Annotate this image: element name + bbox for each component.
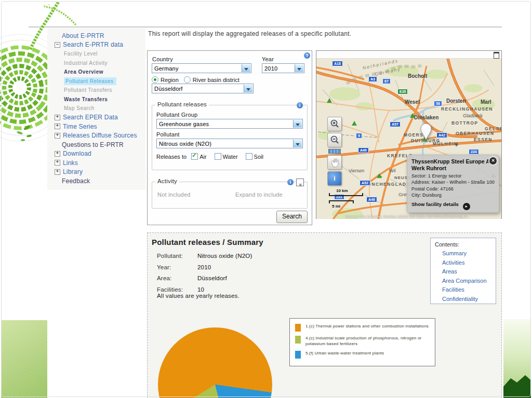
sidebar-item-pollutant-releases[interactable]: Pollutant Releases (47, 77, 145, 86)
radio-region[interactable]: Region (152, 77, 179, 83)
sidebar-item-map-search[interactable]: Map Search (47, 104, 145, 113)
contents-title: Contents: (435, 241, 496, 248)
checkbox-soil[interactable]: Soil (246, 154, 263, 160)
facility-triangle-marker[interactable] (410, 113, 415, 118)
sidebar-item-label: Time Series (63, 123, 97, 130)
sidebar-item-label: Library (63, 168, 83, 175)
report-intro-text: This report will display the aggregated … (148, 30, 351, 37)
plus-expander-icon[interactable]: + (55, 151, 60, 157)
expand-activity-button[interactable]: » (296, 179, 304, 186)
chevron-down-icon (244, 85, 252, 92)
pollutant-releases-legend: Pollutant releases (155, 101, 209, 107)
summary-row-value: 2010 (197, 264, 211, 270)
summary-row-value: Düsseldorf (197, 275, 227, 281)
sidebar-item-library[interactable]: +Library (47, 168, 145, 177)
country-select[interactable]: Germany (152, 63, 251, 73)
checkbox-icon[interactable] (246, 153, 252, 160)
sidebar-item-links[interactable]: +Links (47, 158, 145, 168)
legend-item: 4.(c) Industrial scale production of pho… (295, 335, 430, 347)
road-shield-a42: A42 (436, 132, 447, 138)
search-button[interactable]: Search (276, 211, 308, 223)
sidebar-item-time-series[interactable]: +Time Series (47, 122, 145, 131)
sidebar-list: About E-PRTR−Search E-PRTR dataFacility … (47, 28, 145, 186)
sidebar-item-download[interactable]: +Download (47, 149, 145, 159)
close-icon[interactable]: ✕ (488, 156, 498, 166)
country-label: Country (152, 56, 173, 62)
contents-link-facilities[interactable]: Facilities (442, 285, 496, 295)
contents-link-activities[interactable]: Activities (442, 258, 496, 268)
sidebar-item-search-e-prtr-data[interactable]: −Search E-PRTR data (47, 40, 145, 50)
plus-expander-icon[interactable]: + (55, 123, 60, 129)
contents-link-area-comparison[interactable]: Area Comparison (442, 277, 496, 286)
maximize-icon[interactable] (494, 52, 499, 59)
sidebar-item-area-overview[interactable]: Area Overview (47, 67, 145, 77)
sidebar-item-about-e-prtr[interactable]: About E-PRTR (47, 31, 145, 40)
zoom-out-button[interactable] (327, 133, 342, 147)
legend-swatch (295, 351, 301, 359)
facility-triangle-marker[interactable] (352, 121, 357, 126)
road-shield-a57: A57 (390, 121, 401, 127)
show-facility-details-link[interactable]: Show facility details► (411, 201, 495, 210)
contents-link-summary[interactable]: Summary (442, 249, 496, 258)
facility-balloon-marker[interactable] (420, 123, 432, 144)
releases-to-row: Releases to ✓AirWaterSoil (156, 153, 268, 160)
facility-popup-title: ThyssenKrupp Steel Europe AG (411, 158, 495, 165)
map-label-marl: Marl (481, 99, 491, 105)
checkbox-air[interactable]: ✓Air (191, 154, 206, 160)
year-value: 2010 (264, 65, 277, 72)
sidebar-item-industrial-activity[interactable]: Industrial Activity (47, 59, 145, 68)
plus-expander-icon[interactable]: + (55, 133, 60, 139)
sidebar-nav: About E-PRTR−Search E-PRTR dataFacility … (47, 28, 145, 190)
facility-triangle-marker[interactable] (327, 98, 332, 103)
info-icon[interactable]: i (297, 102, 303, 108)
search-form-panel: ? Country Germany Year 2010 RegionRiver … (147, 50, 312, 225)
sidebar-item-facility-level[interactable]: Facility Level (47, 49, 145, 59)
year-select[interactable]: 2010 (262, 63, 304, 73)
pan-hand-button[interactable] (327, 155, 342, 170)
plus-expander-icon[interactable]: + (55, 115, 60, 120)
summary-row-label: Year: (157, 262, 197, 273)
map-label-germany: Germany (375, 66, 402, 77)
checkbox-water[interactable]: Water (215, 154, 238, 160)
sidebar-item-search-eper-data[interactable]: +Search EPER Data (47, 113, 145, 122)
summary-row-label: Pollutant: (157, 251, 197, 262)
road-shield-a18: A18 (332, 61, 343, 66)
checkbox-icon[interactable] (215, 153, 221, 160)
plus-expander-icon[interactable]: + (55, 169, 60, 175)
pollutant-group-select[interactable]: Greenhouse gases (156, 119, 303, 129)
road-shield-a52: A52 (360, 180, 370, 186)
summary-row-label: Area: (157, 273, 197, 284)
sidebar-item-waste-transfers[interactable]: Waste Transfers (47, 95, 145, 104)
checkbox-label: Water (223, 154, 238, 160)
facility-popup-row: Address: Kaiser - Wilhelm - Straße 100 (411, 180, 495, 185)
activity-fieldset: Activity i » Not included Expand to incl… (152, 182, 308, 209)
country-value: Germany (154, 65, 179, 72)
activity-expand-text[interactable]: Expand to include (235, 191, 283, 198)
sidebar-item-questions-to-e-prtr[interactable]: Questions to E-PRTR (47, 140, 145, 149)
radio-button-icon[interactable] (152, 76, 158, 83)
minus-expander-icon[interactable]: − (55, 42, 60, 48)
plus-expander-icon[interactable]: + (55, 160, 60, 166)
map-canvas[interactable]: NetherlandsGermanyBocholtWeselDorstenMar… (316, 59, 501, 219)
identify-button[interactable]: i (327, 171, 342, 186)
sidebar-item-label: Pollutant Transfers (64, 87, 112, 93)
sidebar-item-pollutant-transfers[interactable]: Pollutant Transfers (47, 86, 145, 95)
sidebar-item-feedback[interactable]: Feedback (47, 176, 145, 186)
area-select[interactable]: Düsseldorf (152, 84, 254, 93)
radio-river-basin-district[interactable]: River basin district (184, 77, 240, 83)
checkbox-icon[interactable]: ✓ (191, 153, 198, 160)
map-label-essen: ESSEN (474, 137, 493, 142)
help-icon[interactable]: ? (304, 52, 310, 59)
zoom-in-button[interactable] (327, 117, 342, 131)
pollutant-select[interactable]: Nitrous oxide (N2O) (156, 139, 303, 148)
media-checkbox-group: ✓AirWaterSoil (188, 154, 268, 160)
contents-link-confidentiality[interactable]: Confidentiality (442, 295, 496, 304)
green-gradient-decoration-right (503, 319, 531, 398)
check-icon: ✓ (192, 152, 196, 159)
radio-button-icon[interactable] (184, 76, 191, 83)
contents-link-areas[interactable]: Areas (442, 267, 496, 277)
sidebar-item-releases-diffuse-sources[interactable]: +Releases Diffuse Sources (47, 131, 145, 141)
year-label: Year (262, 56, 274, 62)
info-icon[interactable]: i (287, 179, 294, 185)
zoom-slider[interactable] (328, 149, 341, 154)
